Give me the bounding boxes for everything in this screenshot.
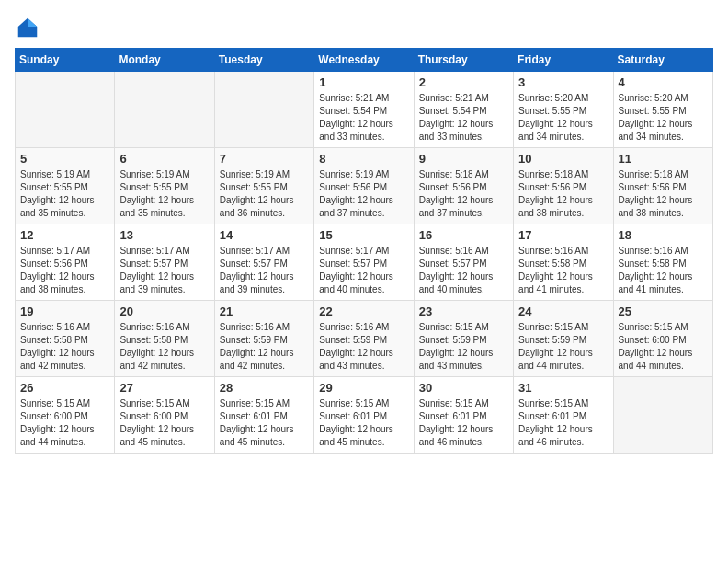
- day-number: 4: [619, 75, 708, 89]
- day-number: 19: [20, 304, 109, 318]
- day-number: 17: [518, 228, 608, 242]
- calendar-cell: [613, 377, 712, 454]
- day-number: 10: [518, 152, 608, 166]
- day-info: Sunrise: 5:17 AM Sunset: 5:57 PM Dayligh…: [319, 245, 408, 296]
- day-info: Sunrise: 5:15 AM Sunset: 6:00 PM Dayligh…: [119, 397, 209, 449]
- day-number: 9: [419, 152, 508, 166]
- day-number: 28: [220, 381, 309, 395]
- calendar-cell: 21Sunrise: 5:16 AM Sunset: 5:59 PM Dayli…: [214, 301, 313, 377]
- day-number: 12: [20, 228, 109, 242]
- day-number: 22: [319, 304, 408, 318]
- day-info: Sunrise: 5:19 AM Sunset: 5:55 PM Dayligh…: [20, 168, 109, 220]
- day-number: 18: [619, 228, 708, 242]
- day-info: Sunrise: 5:15 AM Sunset: 6:01 PM Dayligh…: [419, 397, 508, 449]
- svg-marker-1: [28, 18, 37, 27]
- day-number: 8: [319, 152, 408, 166]
- day-info: Sunrise: 5:15 AM Sunset: 6:01 PM Dayligh…: [319, 397, 408, 449]
- day-info: Sunrise: 5:21 AM Sunset: 5:54 PM Dayligh…: [419, 92, 508, 144]
- calendar-cell: 12Sunrise: 5:17 AM Sunset: 5:56 PM Dayli…: [16, 224, 115, 301]
- day-info: Sunrise: 5:17 AM Sunset: 5:57 PM Dayligh…: [220, 245, 309, 296]
- day-number: 14: [220, 228, 309, 242]
- page-header: [15, 15, 713, 40]
- calendar-cell: 15Sunrise: 5:17 AM Sunset: 5:57 PM Dayli…: [314, 224, 414, 301]
- day-info: Sunrise: 5:18 AM Sunset: 5:56 PM Dayligh…: [518, 168, 608, 220]
- day-header-thursday: Thursday: [414, 49, 513, 72]
- day-number: 24: [518, 304, 608, 318]
- day-number: 26: [20, 381, 109, 395]
- day-number: 16: [419, 228, 508, 242]
- day-number: 20: [119, 304, 209, 318]
- day-info: Sunrise: 5:15 AM Sunset: 6:01 PM Dayligh…: [518, 397, 608, 449]
- day-info: Sunrise: 5:21 AM Sunset: 5:54 PM Dayligh…: [319, 92, 408, 144]
- calendar-cell: 11Sunrise: 5:18 AM Sunset: 5:56 PM Dayli…: [613, 148, 712, 224]
- calendar-cell: [214, 72, 313, 148]
- calendar-cell: 30Sunrise: 5:15 AM Sunset: 6:01 PM Dayli…: [414, 377, 513, 454]
- day-number: 23: [419, 304, 508, 318]
- day-header-friday: Friday: [514, 49, 613, 72]
- calendar-cell: 20Sunrise: 5:16 AM Sunset: 5:58 PM Dayli…: [115, 301, 214, 377]
- day-number: 6: [119, 152, 209, 166]
- day-number: 2: [419, 75, 508, 89]
- day-header-sunday: Sunday: [16, 49, 115, 72]
- day-number: 3: [518, 75, 608, 89]
- day-info: Sunrise: 5:20 AM Sunset: 5:55 PM Dayligh…: [518, 92, 608, 144]
- day-number: 27: [119, 381, 209, 395]
- calendar-cell: 2Sunrise: 5:21 AM Sunset: 5:54 PM Daylig…: [414, 72, 513, 148]
- calendar-header-row: SundayMondayTuesdayWednesdayThursdayFrid…: [16, 49, 713, 72]
- logo: [15, 15, 44, 40]
- calendar-table: SundayMondayTuesdayWednesdayThursdayFrid…: [15, 48, 713, 454]
- week-row-1: 1Sunrise: 5:21 AM Sunset: 5:54 PM Daylig…: [16, 72, 713, 148]
- calendar-cell: [16, 72, 115, 148]
- calendar-cell: 18Sunrise: 5:16 AM Sunset: 5:58 PM Dayli…: [613, 224, 712, 301]
- day-header-tuesday: Tuesday: [214, 49, 313, 72]
- calendar-cell: 16Sunrise: 5:16 AM Sunset: 5:57 PM Dayli…: [414, 224, 513, 301]
- day-number: 5: [20, 152, 109, 166]
- day-header-wednesday: Wednesday: [314, 49, 414, 72]
- calendar-cell: 14Sunrise: 5:17 AM Sunset: 5:57 PM Dayli…: [214, 224, 313, 301]
- calendar-cell: 7Sunrise: 5:19 AM Sunset: 5:55 PM Daylig…: [214, 148, 313, 224]
- calendar-cell: 13Sunrise: 5:17 AM Sunset: 5:57 PM Dayli…: [115, 224, 214, 301]
- day-info: Sunrise: 5:15 AM Sunset: 5:59 PM Dayligh…: [518, 321, 608, 373]
- calendar-cell: 9Sunrise: 5:18 AM Sunset: 5:56 PM Daylig…: [414, 148, 513, 224]
- day-number: 29: [319, 381, 408, 395]
- calendar-cell: 24Sunrise: 5:15 AM Sunset: 5:59 PM Dayli…: [514, 301, 613, 377]
- calendar-cell: 17Sunrise: 5:16 AM Sunset: 5:58 PM Dayli…: [514, 224, 613, 301]
- day-number: 1: [319, 75, 408, 89]
- day-number: 15: [319, 228, 408, 242]
- day-info: Sunrise: 5:15 AM Sunset: 6:01 PM Dayligh…: [220, 397, 309, 449]
- calendar-cell: 1Sunrise: 5:21 AM Sunset: 5:54 PM Daylig…: [314, 72, 414, 148]
- week-row-5: 26Sunrise: 5:15 AM Sunset: 6:00 PM Dayli…: [16, 377, 713, 454]
- calendar-cell: 22Sunrise: 5:16 AM Sunset: 5:59 PM Dayli…: [314, 301, 414, 377]
- day-info: Sunrise: 5:15 AM Sunset: 6:00 PM Dayligh…: [20, 397, 109, 449]
- day-info: Sunrise: 5:19 AM Sunset: 5:55 PM Dayligh…: [220, 168, 309, 220]
- day-number: 30: [419, 381, 508, 395]
- day-number: 13: [119, 228, 209, 242]
- day-info: Sunrise: 5:19 AM Sunset: 5:55 PM Dayligh…: [119, 168, 209, 220]
- day-info: Sunrise: 5:16 AM Sunset: 5:58 PM Dayligh…: [20, 321, 109, 373]
- calendar-cell: 31Sunrise: 5:15 AM Sunset: 6:01 PM Dayli…: [514, 377, 613, 454]
- day-info: Sunrise: 5:16 AM Sunset: 5:57 PM Dayligh…: [419, 245, 508, 296]
- day-info: Sunrise: 5:15 AM Sunset: 6:00 PM Dayligh…: [619, 321, 708, 373]
- day-info: Sunrise: 5:16 AM Sunset: 5:58 PM Dayligh…: [119, 321, 209, 373]
- day-info: Sunrise: 5:15 AM Sunset: 5:59 PM Dayligh…: [419, 321, 508, 373]
- calendar-cell: 10Sunrise: 5:18 AM Sunset: 5:56 PM Dayli…: [514, 148, 613, 224]
- day-info: Sunrise: 5:16 AM Sunset: 5:58 PM Dayligh…: [619, 245, 708, 296]
- calendar-cell: 27Sunrise: 5:15 AM Sunset: 6:00 PM Dayli…: [115, 377, 214, 454]
- day-info: Sunrise: 5:20 AM Sunset: 5:55 PM Dayligh…: [619, 92, 708, 144]
- week-row-4: 19Sunrise: 5:16 AM Sunset: 5:58 PM Dayli…: [16, 301, 713, 377]
- calendar-cell: 4Sunrise: 5:20 AM Sunset: 5:55 PM Daylig…: [613, 72, 712, 148]
- calendar-cell: 19Sunrise: 5:16 AM Sunset: 5:58 PM Dayli…: [16, 301, 115, 377]
- day-info: Sunrise: 5:17 AM Sunset: 5:56 PM Dayligh…: [20, 245, 109, 296]
- day-header-saturday: Saturday: [613, 49, 712, 72]
- calendar-cell: 8Sunrise: 5:19 AM Sunset: 5:56 PM Daylig…: [314, 148, 414, 224]
- day-info: Sunrise: 5:16 AM Sunset: 5:59 PM Dayligh…: [220, 321, 309, 373]
- calendar-cell: 5Sunrise: 5:19 AM Sunset: 5:55 PM Daylig…: [16, 148, 115, 224]
- calendar-cell: 29Sunrise: 5:15 AM Sunset: 6:01 PM Dayli…: [314, 377, 414, 454]
- day-info: Sunrise: 5:18 AM Sunset: 5:56 PM Dayligh…: [619, 168, 708, 220]
- calendar-cell: 3Sunrise: 5:20 AM Sunset: 5:55 PM Daylig…: [514, 72, 613, 148]
- calendar-cell: 28Sunrise: 5:15 AM Sunset: 6:01 PM Dayli…: [214, 377, 313, 454]
- week-row-3: 12Sunrise: 5:17 AM Sunset: 5:56 PM Dayli…: [16, 224, 713, 301]
- day-info: Sunrise: 5:18 AM Sunset: 5:56 PM Dayligh…: [419, 168, 508, 220]
- day-number: 11: [619, 152, 708, 166]
- day-header-monday: Monday: [115, 49, 214, 72]
